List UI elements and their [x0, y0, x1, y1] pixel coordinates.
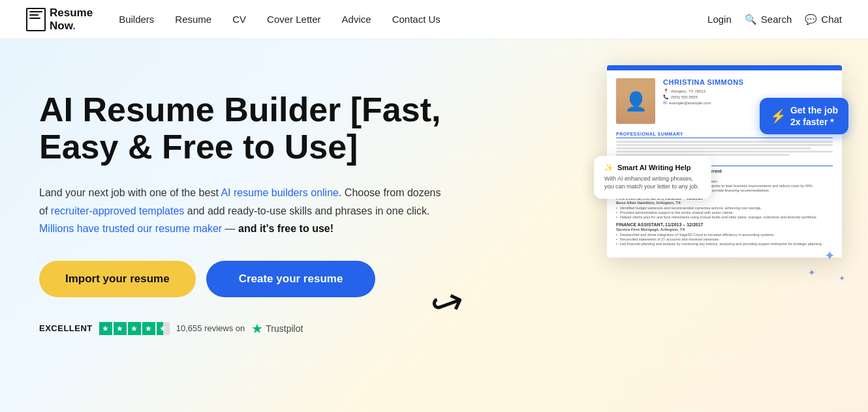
job-title-3: FINANCE ASSISTANT, 11/2013 – 12/2017: [616, 222, 833, 227]
job-bullet-7: Researched and drove integration of Sage…: [616, 233, 833, 237]
subtitle-text-1: Land your next job with one of the best: [39, 187, 221, 198]
search-label: Search: [761, 14, 792, 25]
chat-label: Chat: [821, 14, 842, 25]
logo-icon: [26, 8, 46, 31]
summary-line-2: [616, 144, 833, 146]
login-link[interactable]: Login: [707, 14, 732, 25]
star-1: ★: [99, 322, 112, 335]
subtitle-link-templates[interactable]: recruiter-approved templates: [51, 205, 185, 216]
hero-buttons: Import your resume Create your resume: [39, 261, 483, 297]
subtitle-bold: and it's free to use!: [238, 223, 333, 234]
subtitle-link-millions[interactable]: Millions have trusted our resume maker: [39, 223, 222, 234]
logo-text: ResumeNow.: [50, 7, 93, 33]
trustpilot-brand: Trustpilot: [266, 323, 303, 334]
avatar-image: 👤: [616, 78, 655, 124]
nav-right: Login 🔍 Search 💬 Chat: [707, 14, 842, 25]
resume-location: 📍 Arlington, TX 76013: [663, 89, 833, 94]
smart-ai-text: With AI enhanced writing phrases, you ca…: [604, 175, 701, 191]
logo[interactable]: ResumeNow.: [26, 7, 93, 33]
search-link[interactable]: 🔍 Search: [745, 14, 792, 25]
resume-header-bar: [607, 65, 842, 70]
job-bullet-6: Helped clients plan for and fund retirem…: [616, 215, 833, 219]
star-5-half: ★: [157, 322, 170, 335]
stars-rating: ★ ★ ★ ★ ★: [99, 322, 170, 335]
smart-ai-title: ✨ Smart AI Writing Help: [604, 164, 701, 172]
summary-line-1: [616, 141, 833, 143]
summary-line-4: [616, 151, 833, 153]
nav-resume[interactable]: Resume: [175, 14, 211, 25]
trustpilot-count: 10,655 reviews on: [176, 323, 245, 333]
resume-preview: 👤 CHRISTINA SIMMONS 📍 Arlington, TX 7601…: [607, 65, 842, 258]
resume-avatar: 👤: [616, 78, 655, 124]
get-job-badge: ⚡ Get the job2x faster *: [760, 98, 848, 134]
nav-cover-letter[interactable]: Cover Letter: [267, 14, 321, 25]
email-text: example@example.com: [669, 101, 711, 105]
import-resume-button[interactable]: Import your resume: [39, 261, 196, 297]
email-dot: ✉: [663, 100, 667, 106]
search-icon: 🔍: [745, 14, 757, 25]
job-bullet-4: Identified budget variances and recommen…: [616, 206, 833, 210]
phone-dot: 📞: [663, 95, 669, 100]
job-bullet-5: Provided administrative support to the s…: [616, 211, 833, 214]
chat-icon: 💬: [805, 14, 817, 25]
smart-ai-badge: ✨ Smart AI Writing Help With AI enhanced…: [594, 156, 711, 199]
job-bullet-9: Led financial planning and analysis by m…: [616, 242, 833, 246]
professional-summary: PROFESSIONAL SUMMARY: [616, 132, 833, 156]
subtitle-text-4: —: [222, 223, 238, 234]
create-resume-button[interactable]: Create your resume: [206, 261, 376, 297]
trustpilot-star-icon: ★: [251, 321, 263, 336]
ai-icon: ✨: [604, 164, 613, 172]
trustpilot-logo: ★ Trustpilot: [251, 321, 303, 336]
job-company-2: Booz Allen Hamilton, Arlington, TX: [616, 201, 833, 205]
resume-name: CHRISTINA SIMMONS: [663, 78, 833, 86]
hero-title: AI Resume Builder [Fast, Easy & Free to …: [39, 91, 483, 166]
nav-builders[interactable]: Builders: [119, 14, 154, 25]
lightning-icon: ⚡: [770, 108, 786, 125]
trustpilot-row: EXCELLENT ★ ★ ★ ★ ★ 10,655 reviews on ★ …: [39, 321, 483, 336]
ai-title-text: Smart AI Writing Help: [617, 164, 690, 171]
nav-cv[interactable]: CV: [232, 14, 246, 25]
trustpilot-label: EXCELLENT: [39, 323, 93, 333]
hero-content: AI Resume Builder [Fast, Easy & Free to …: [39, 78, 483, 336]
location-dot: 📍: [663, 89, 669, 94]
nav-advice[interactable]: Advice: [342, 14, 371, 25]
sparkle-icon-3: ✦: [839, 274, 845, 283]
star-3: ★: [128, 322, 141, 335]
sparkle-icon-1: ✦: [824, 248, 835, 263]
job-bullet-8: Reconciled statements of 27 accounts and…: [616, 237, 833, 241]
location-text: Arlington, TX 76013: [671, 89, 705, 93]
summary-line-3: [616, 147, 811, 149]
job-company-3: Service First Mortgage, Arlington, TX: [616, 228, 833, 231]
star-4: ★: [142, 322, 155, 335]
get-job-text: Get the job2x faster *: [790, 104, 838, 128]
subtitle-text-3: and add ready-to-use skills and phrases …: [184, 205, 429, 216]
navigation: ResumeNow. Builders Resume CV Cover Lett…: [0, 0, 868, 39]
subtitle-link-ai[interactable]: AI resume builders online: [221, 187, 339, 198]
hero-subtitle: Land your next job with one of the best …: [39, 184, 444, 237]
hero-section: AI Resume Builder [Fast, Easy & Free to …: [0, 39, 868, 412]
nav-links: Builders Resume CV Cover Letter Advice C…: [119, 14, 707, 25]
chat-link[interactable]: 💬 Chat: [805, 14, 842, 25]
sparkle-icon-2: ✦: [808, 267, 816, 278]
phone-text: (555) 555-5555: [671, 95, 698, 99]
star-2: ★: [114, 322, 127, 335]
nav-contact-us[interactable]: Contact Us: [392, 14, 441, 25]
